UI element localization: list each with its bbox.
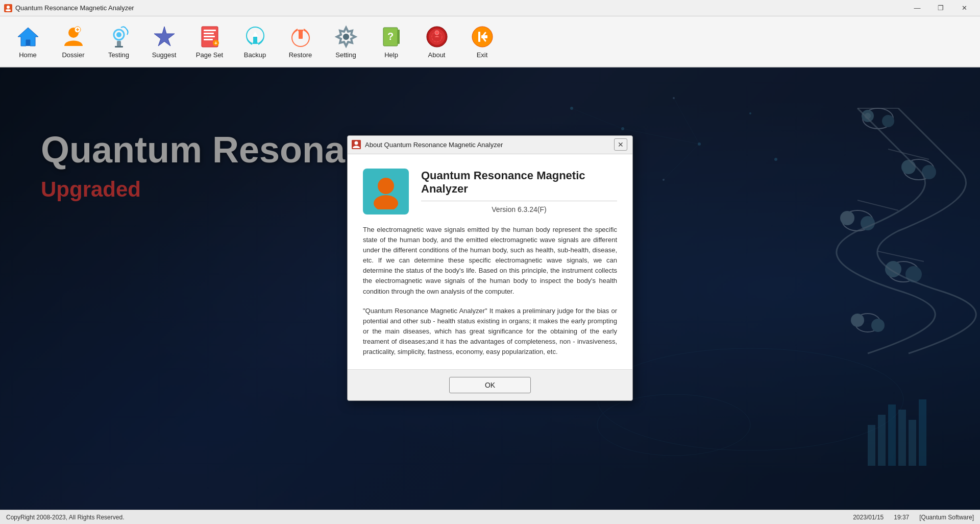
toolbar: Home Dossier Testing [0,16,980,67]
modal-overlay: About Quantum Resonance Magnetic Analyze… [0,67,980,510]
svg-rect-3 [26,40,30,46]
titlebar-left: Quantum Resonance Magnetic Analyzer [4,4,134,12]
app-name-text: Quantum Resonance Magnetic Analyzer [421,169,617,196]
titlebar-controls: — ❐ ✕ [905,0,976,16]
dialog-description-1: The electromagnetic wave signals emitted… [363,225,617,297]
svg-rect-37 [481,35,487,38]
svg-point-1 [6,9,11,11]
svg-point-82 [378,178,394,194]
restore-icon [288,25,313,49]
svg-marker-12 [154,27,175,46]
pageset-icon: + [198,25,222,49]
dialog-app-icon [352,140,361,149]
minimize-button[interactable]: — [905,0,929,16]
about-dialog: About Quantum Resonance Magnetic Analyze… [347,135,633,401]
svg-rect-11 [115,46,123,47]
backup-icon [243,25,267,49]
dialog-header-row: Quantum Resonance Magnetic Analyzer Vers… [363,169,617,215]
statusbar-time: 19:37 [894,514,909,521]
toolbar-label-restore: Restore [289,51,312,59]
dossier-icon [61,25,86,49]
testing-icon [107,25,131,49]
toolbar-label-help: Help [384,51,398,59]
about-icon [425,25,449,49]
maximize-button[interactable]: ❐ [929,0,952,16]
toolbar-label-exit: Exit [477,51,488,59]
svg-text:+: + [214,40,217,46]
svg-point-9 [116,32,121,37]
app-icon-small [4,4,12,12]
toolbar-item-home[interactable]: Home [6,20,50,63]
statusbar: CopyRight 2008-2023, All Rights Reserved… [0,510,980,524]
svg-rect-24 [299,32,303,39]
dialog-title-text: About Quantum Resonance Magnetic Analyze… [365,141,503,149]
toolbar-item-backup[interactable]: Backup [233,20,277,63]
help-icon: ? [379,25,404,49]
toolbar-label-backup: Backup [244,51,266,59]
statusbar-date: 2023/01/15 [853,514,884,521]
svg-marker-22 [252,32,258,37]
version-separator [421,201,617,201]
dialog-body: Quantum Resonance Magnetic Analyzer Vers… [348,154,632,370]
toolbar-label-testing: Testing [108,51,129,59]
titlebar: Quantum Resonance Magnetic Analyzer — ❐ … [0,0,980,16]
app-version-text: Version 6.3.24(F) [421,205,617,213]
titlebar-title: Quantum Resonance Magnetic Analyzer [15,4,134,12]
home-icon [16,25,40,49]
svg-point-26 [343,34,349,40]
svg-text:?: ? [387,31,393,42]
toolbar-label-setting: Setting [335,51,356,59]
dialog-title-left: About Quantum Resonance Magnetic Analyze… [352,140,503,149]
person-icon [368,174,404,209]
toolbar-item-pageset[interactable]: + Page Set [188,20,231,63]
statusbar-software: [Quantum Software] [919,514,974,521]
svg-point-0 [7,6,10,9]
toolbar-item-dossier[interactable]: Dossier [52,20,95,63]
svg-point-32 [435,31,439,35]
setting-icon [334,25,358,49]
toolbar-item-help[interactable]: ? Help [370,20,413,63]
main-background: Quantum Resona Upgraded About Quantum Re… [0,67,980,510]
toolbar-item-setting[interactable]: Setting [324,20,368,63]
toolbar-item-restore[interactable]: Restore [279,20,322,63]
toolbar-item-exit[interactable]: Exit [460,20,504,63]
dialog-description-2: "Quantum Resonance Magnetic Analyzer" It… [363,306,617,358]
statusbar-copyright: CopyRight 2008-2023, All Rights Reserved… [6,514,124,521]
svg-rect-28 [398,30,400,44]
toolbar-label-suggest: Suggest [152,51,177,59]
dialog-titlebar: About Quantum Resonance Magnetic Analyze… [348,136,632,154]
svg-rect-17 [204,39,213,40]
svg-rect-16 [204,36,215,37]
statusbar-right: 2023/01/15 19:37 [Quantum Software] [853,514,974,521]
ok-button[interactable]: OK [449,377,531,393]
toolbar-label-home: Home [19,51,37,59]
app-info: Quantum Resonance Magnetic Analyzer Vers… [421,169,617,213]
svg-rect-38 [478,32,480,42]
dialog-footer: OK [348,369,632,400]
svg-point-83 [374,195,398,209]
exit-icon [470,25,495,49]
toolbar-label-pageset: Page Set [196,51,224,59]
dialog-close-button[interactable]: ✕ [614,138,627,151]
svg-rect-14 [204,30,216,31]
toolbar-label-dossier: Dossier [62,51,84,59]
toolbar-item-testing[interactable]: Testing [97,20,140,63]
close-button[interactable]: ✕ [952,0,976,16]
svg-point-81 [355,141,358,145]
toolbar-item-about[interactable]: About [415,20,458,63]
toolbar-label-about: About [428,51,446,59]
toolbar-item-suggest[interactable]: Suggest [142,20,186,63]
app-avatar [363,169,409,215]
suggest-icon [152,25,177,49]
svg-rect-15 [204,33,214,34]
